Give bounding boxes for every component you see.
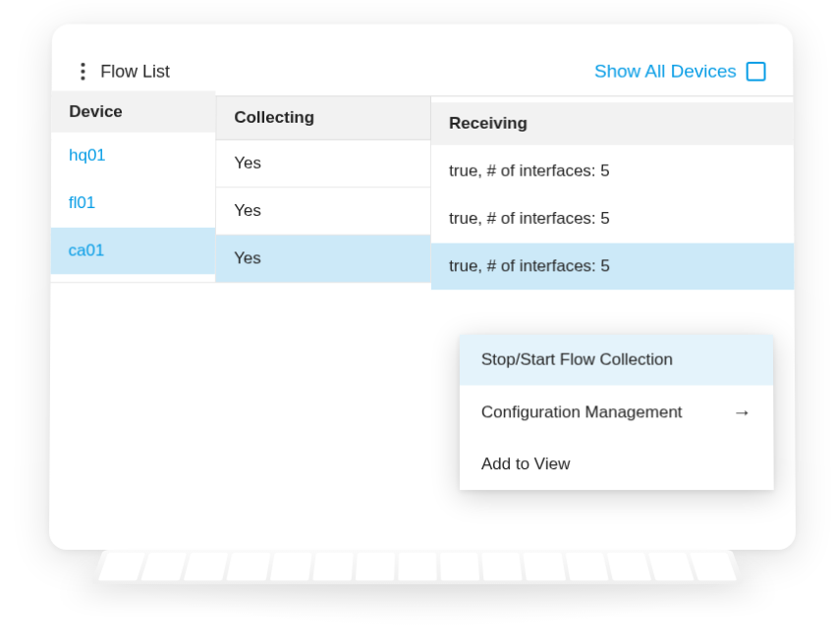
col-header-collecting[interactable]: Collecting xyxy=(216,96,431,139)
drag-handle-icon[interactable] xyxy=(79,61,86,82)
table-row[interactable]: ca01 Yes true, # of interfaces: 5 xyxy=(51,235,795,283)
menu-item-label: Add to View xyxy=(481,455,570,474)
cell-receiving: true, # of interfaces: 5 xyxy=(431,147,794,194)
context-menu: Stop/Start Flow Collection Configuration… xyxy=(460,335,774,490)
device-link[interactable]: ca01 xyxy=(69,242,105,260)
monitor-frame: Flow List Show All Devices Device Collec… xyxy=(49,25,796,550)
menu-item-config-management[interactable]: Configuration Management → xyxy=(460,386,774,440)
cell-receiving: true, # of interfaces: 5 xyxy=(431,242,795,291)
keyboard-graphic xyxy=(90,550,745,584)
menu-item-label: Configuration Management xyxy=(481,402,683,422)
col-header-device[interactable]: Device xyxy=(51,90,216,134)
panel-title: Flow List xyxy=(100,61,170,81)
cell-collecting: Yes xyxy=(216,139,431,187)
device-link[interactable]: fl01 xyxy=(69,193,95,212)
arrow-right-icon: → xyxy=(732,401,752,423)
panel-title-wrap: Flow List xyxy=(79,61,169,82)
col-header-receiving[interactable]: Receiving xyxy=(431,102,794,145)
device-link[interactable]: hq01 xyxy=(69,146,106,165)
cell-receiving: true, # of interfaces: 5 xyxy=(431,195,794,242)
cell-collecting: Yes xyxy=(216,235,431,283)
menu-item-label: Stop/Start Flow Collection xyxy=(481,350,673,370)
show-all-checkbox[interactable] xyxy=(747,62,766,81)
menu-item-stop-start-flow[interactable]: Stop/Start Flow Collection xyxy=(460,335,773,386)
panel-header: Flow List Show All Devices xyxy=(52,51,794,95)
flow-table: Device Collecting Receiving hq01 Yes tru… xyxy=(51,95,795,283)
cell-collecting: Yes xyxy=(216,188,431,235)
show-all-label: Show All Devices xyxy=(594,61,737,82)
show-all-devices-toggle[interactable]: Show All Devices xyxy=(594,61,766,82)
menu-item-add-to-view[interactable]: Add to View xyxy=(460,439,774,490)
